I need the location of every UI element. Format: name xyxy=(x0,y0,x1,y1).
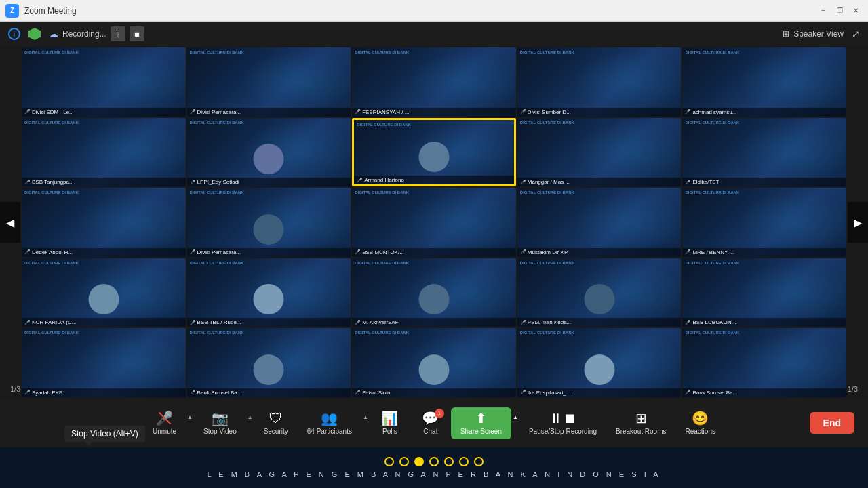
share-screen-caret[interactable]: ▲ xyxy=(511,407,519,424)
recording-label: Recording... xyxy=(62,29,106,39)
unmute-label: Unmute xyxy=(153,428,176,435)
window-title: Zoom Meeting xyxy=(24,6,811,16)
video-cell: DIGITAL CULTURE DI BANK🎤Ika Puspitasari_… xyxy=(517,328,682,397)
app-icon: Z xyxy=(5,4,19,18)
recording-ctrl-icon: ⏸⏹ xyxy=(549,411,576,425)
minimize-button[interactable]: − xyxy=(816,4,830,18)
chat-button[interactable]: 💬 Chat 1 xyxy=(410,407,451,439)
participant-name: BSB Tanjungpa... xyxy=(32,179,74,185)
video-cell: DIGITAL CULTURE DI BANK🎤FEBRIANSYAH / ..… xyxy=(352,47,516,117)
stop-video-button[interactable]: 📷 Stop Video xyxy=(194,407,246,439)
video-grid: DIGITAL CULTURE DI BANK🎤Divisi SDM - Le.… xyxy=(0,46,868,399)
breakout-rooms-button[interactable]: ⊞ Breakout Rooms xyxy=(606,407,675,439)
pagination-dot[interactable] xyxy=(444,457,454,466)
participant-name: Bank Sumsel Ba... xyxy=(692,390,737,396)
security-icon: 🛡 xyxy=(269,411,283,425)
pagination-dot[interactable] xyxy=(384,457,394,466)
unmute-caret[interactable]: ▲ xyxy=(186,407,194,424)
end-button[interactable]: End xyxy=(810,412,854,434)
info-icon[interactable]: i xyxy=(8,28,20,40)
pagination-dot[interactable] xyxy=(459,457,469,466)
mic-muted-icon: 🎤 xyxy=(24,390,31,395)
video-caret[interactable]: ▲ xyxy=(246,407,254,424)
participant-name: M. Akhyar/SAF xyxy=(362,319,398,325)
video-cell: DIGITAL CULTURE DI BANK🎤BSB LUBUKLIN... xyxy=(682,258,846,327)
share-screen-group: ⬆ Share Screen ▲ xyxy=(451,407,519,439)
share-screen-label: Share Screen xyxy=(460,428,502,435)
next-page-arrow[interactable]: ▶ xyxy=(848,202,868,243)
participant-name: Eldika/TBT xyxy=(692,179,719,185)
stop-video-label: Stop Video xyxy=(203,428,237,435)
mic-muted-icon: 🎤 xyxy=(24,320,31,325)
pagination-dot[interactable] xyxy=(429,457,439,466)
polls-label: Polls xyxy=(382,428,397,435)
cloud-icon: ☁ xyxy=(49,28,58,39)
video-cell: DIGITAL CULTURE DI BANK🎤LPPI_Edy Setiadi xyxy=(187,118,351,187)
video-cell: DIGITAL CULTURE DI BANK🎤Syariah PKP xyxy=(22,328,186,397)
participant-name: BSB MUNTOK/... xyxy=(362,249,404,256)
reactions-button[interactable]: 😊 Reactions xyxy=(675,407,724,439)
pause-stop-recording-button[interactable]: ⏸⏹ Pause/Stop Recording xyxy=(519,407,606,439)
participant-name: Dedek Abdul H... xyxy=(32,249,73,256)
polls-button[interactable]: 📊 Polls xyxy=(370,407,410,439)
mic-muted-icon: 🎤 xyxy=(355,109,361,115)
pagination-dot[interactable] xyxy=(414,457,424,466)
title-bar: Z Zoom Meeting − ❐ ✕ xyxy=(0,0,868,22)
restore-button[interactable]: ❐ xyxy=(833,4,846,18)
security-shield-icon xyxy=(28,28,41,40)
participant-name: Mustakim Dir KP xyxy=(528,249,568,256)
speaker-view-button[interactable]: ⊞ Speaker View xyxy=(783,29,844,39)
participant-name: LPPI_Edy Setiadi xyxy=(197,179,239,185)
participant-name: Manggar / Mas ... xyxy=(528,179,570,185)
participant-name: MRE / BENNY ... xyxy=(692,249,734,256)
mic-muted-icon: 🎤 xyxy=(685,180,691,185)
participants-group: 👥 64 Participants ▲ xyxy=(298,407,370,439)
mic-muted-icon: 🎤 xyxy=(520,249,526,255)
participant-name: PBM/ Tian Keda... xyxy=(528,319,571,325)
participant-name: Bank Sumsel Ba... xyxy=(197,390,242,396)
share-screen-icon: ⬆ xyxy=(475,411,487,425)
mic-muted-icon: 🎤 xyxy=(520,109,526,115)
video-cell: DIGITAL CULTURE DI BANK🎤Armand Hartono xyxy=(352,118,516,187)
mic-muted-icon: 🎤 xyxy=(355,390,361,395)
mic-muted-icon: 🎤 xyxy=(685,390,691,395)
unmute-group: 🎤 Unmute ▲ xyxy=(143,407,194,439)
mic-muted-icon: 🎤 xyxy=(24,249,31,255)
pause-recording-btn[interactable]: ⏸ xyxy=(111,26,125,41)
video-cell: DIGITAL CULTURE DI BANK🎤Divisi Pemasara.… xyxy=(187,188,351,257)
stop-recording-btn[interactable]: ⏹ xyxy=(130,26,144,41)
top-toolbar: i ☁ Recording... ⏸ ⏹ ⊞ Speaker View ⤢ xyxy=(0,22,868,46)
participant-name: Divisi Sumber D... xyxy=(528,109,571,115)
fullscreen-button[interactable]: ⤢ xyxy=(852,28,860,39)
unmute-button[interactable]: 🎤 Unmute xyxy=(143,407,186,439)
participants-button[interactable]: 👥 64 Participants xyxy=(298,407,361,439)
pagination-dot[interactable] xyxy=(399,457,409,466)
mic-muted-icon: 🎤 xyxy=(520,180,526,185)
participant-name: BSB TBL / Rube... xyxy=(197,319,241,325)
mic-muted-icon: 🎤 xyxy=(685,109,691,115)
chat-badge: 1 xyxy=(435,409,444,418)
close-button[interactable]: ✕ xyxy=(849,4,863,18)
video-cell: DIGITAL CULTURE DI BANK🎤Mustakim Dir KP xyxy=(517,188,682,257)
share-screen-button[interactable]: ⬆ Share Screen xyxy=(451,407,511,439)
participants-caret[interactable]: ▲ xyxy=(361,407,370,424)
security-label: Security xyxy=(264,428,288,435)
window-controls: − ❐ ✕ xyxy=(816,4,863,18)
participant-name: achmad syamsu... xyxy=(692,109,736,115)
breakout-icon: ⊞ xyxy=(635,411,647,425)
toolbar-right: ⊞ Speaker View ⤢ xyxy=(783,28,860,39)
video-cell: DIGITAL CULTURE DI BANK🎤BSB TBL / Rube..… xyxy=(187,258,351,327)
security-button[interactable]: 🛡 Security xyxy=(254,407,298,439)
pause-stop-label: Pause/Stop Recording xyxy=(529,428,597,435)
prev-page-arrow[interactable]: ◀ xyxy=(0,202,20,243)
participant-name: BSB LUBUKLIN... xyxy=(692,319,736,325)
mic-icon: 🎤 xyxy=(156,411,173,425)
speaker-view-icon: ⊞ xyxy=(783,29,789,39)
polls-icon: 📊 xyxy=(381,411,398,425)
mic-muted-icon: 🎤 xyxy=(190,180,196,185)
video-cell: DIGITAL CULTURE DI BANK🎤M. Akhyar/SAF xyxy=(352,258,516,327)
mic-muted-icon: 🎤 xyxy=(520,390,526,395)
mic-muted-icon: 🎤 xyxy=(190,109,196,115)
pagination-dot[interactable] xyxy=(474,457,484,466)
video-cell: DIGITAL CULTURE DI BANK🎤Divisi Pemasara.… xyxy=(187,47,351,117)
